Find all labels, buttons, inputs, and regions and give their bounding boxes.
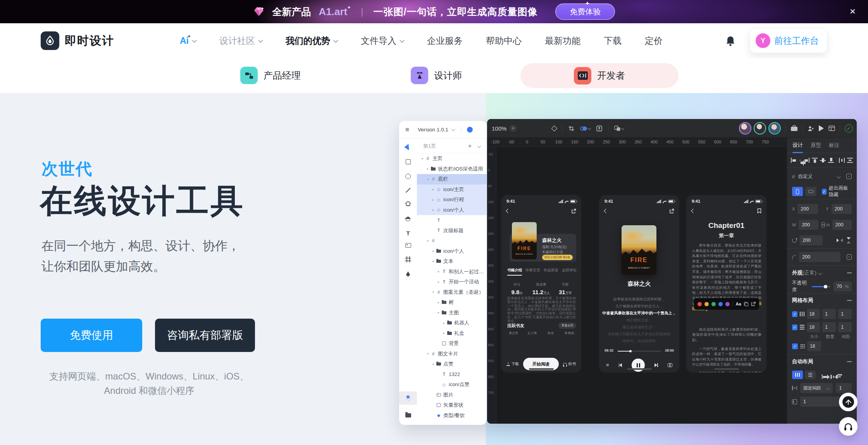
grid-gap-input[interactable]: 1 (838, 322, 852, 332)
auto-align-icon-5[interactable] (837, 374, 838, 375)
component-icon[interactable] (551, 125, 558, 131)
nav-item-6[interactable]: 最新功能 (545, 35, 580, 47)
rotation-input[interactable]: 200 (799, 235, 823, 245)
reader-avatar[interactable]: 潘文芳 (505, 329, 522, 335)
layer-row[interactable]: 背景 (417, 338, 487, 349)
align-right-icon[interactable] (804, 158, 809, 163)
bookmark-icon[interactable] (757, 208, 761, 214)
layer-row[interactable]: ▸机器人 (417, 318, 487, 328)
nav-item-4[interactable]: 企业服务 (427, 35, 463, 47)
layer-row[interactable]: ▾#底栏 (417, 174, 487, 185)
layer-row[interactable]: T1322 (417, 369, 487, 380)
auto-align-icon-3[interactable] (830, 374, 832, 375)
layout-panel-icon[interactable] (828, 126, 835, 131)
banner-cta-button[interactable]: 免费体验 (555, 3, 615, 20)
grid-count-input[interactable]: 1 (822, 309, 836, 319)
layer-row[interactable]: ▸◇icon/个人 (417, 205, 487, 216)
grid-size-input[interactable]: 18 (807, 322, 820, 332)
auto-align-icon-0[interactable] (821, 374, 822, 375)
grid-gap-input[interactable]: 1 (838, 309, 852, 319)
line-tool-icon[interactable] (399, 185, 417, 196)
align-vertical-center-icon[interactable] (820, 158, 826, 163)
next-icon[interactable] (654, 363, 658, 367)
layer-row[interactable]: ▸树 (417, 297, 487, 308)
layers-tab-icon[interactable] (399, 392, 417, 405)
back-icon[interactable] (691, 209, 695, 213)
width-input[interactable]: 200 (799, 220, 818, 230)
pixel-grid-checkbox[interactable]: ✓ (792, 343, 798, 349)
expand-arrow-icon[interactable]: ▾ (431, 290, 436, 294)
expand-arrow-icon[interactable]: ▸ (425, 167, 430, 171)
download-button[interactable]: 下载 (506, 362, 519, 367)
back-icon[interactable] (604, 209, 608, 213)
align-bottom-icon[interactable] (828, 158, 834, 163)
nav-item-2[interactable]: 我们的优势 (286, 35, 338, 47)
reader-avatar[interactable]: 李秀娟 (561, 329, 578, 335)
subnav-item-developer[interactable]: 开发者 (520, 63, 679, 88)
export-image-icon[interactable] (596, 126, 602, 131)
nav-item-7[interactable]: 下载 (604, 35, 622, 47)
add-page-icon[interactable]: + (468, 143, 472, 150)
read-mode-icon[interactable] (668, 363, 672, 367)
height-input[interactable]: 200 (832, 220, 852, 230)
expand-arrow-icon[interactable]: ▸ (431, 198, 436, 202)
layer-row[interactable]: ▾文本 (417, 256, 487, 267)
move-tool-icon[interactable] (399, 142, 417, 154)
layer-row[interactable]: ▾点赞 (417, 359, 487, 369)
listen-button[interactable]: 听书 (563, 362, 576, 367)
previous-icon[interactable] (619, 363, 622, 367)
book-tab[interactable]: 全部评论 (562, 268, 577, 276)
expand-arrow-icon[interactable]: ▸ (436, 270, 441, 273)
expand-arrow-icon[interactable]: ▸ (436, 280, 441, 284)
layer-row[interactable]: 矢量形状 (417, 400, 487, 411)
layer-row[interactable]: ▸◇icon/行程 (417, 195, 487, 205)
layer-row[interactable]: T (417, 215, 487, 226)
flip-horizontal-icon[interactable] (837, 238, 843, 243)
reader-avatar[interactable]: 李杰 (542, 329, 559, 335)
pen-tool-icon[interactable] (399, 268, 417, 280)
text-style-button[interactable]: Aa (735, 302, 741, 306)
clip-content-checkbox[interactable]: ✓ (822, 189, 827, 195)
logo[interactable]: 即时设计 (41, 31, 114, 50)
mask-icon[interactable] (580, 126, 591, 131)
chevron-down-icon[interactable] (477, 144, 481, 148)
highlight-color-0[interactable] (698, 302, 702, 306)
zoom-in-button[interactable]: + (510, 125, 517, 132)
inspector-tab-1[interactable]: 原型 (811, 138, 821, 153)
align-left-icon[interactable] (791, 158, 797, 163)
highlight-color-1[interactable] (704, 302, 709, 306)
nav-item-8[interactable]: 定价 (645, 35, 663, 47)
expand-arrow-icon[interactable]: ▾ (420, 157, 425, 160)
distribute-vertical-icon[interactable] (847, 158, 853, 163)
rectangle-tool-icon[interactable] (399, 156, 417, 167)
expand-arrow-icon[interactable]: ▸ (436, 311, 441, 314)
boolean-group-icon[interactable] (614, 126, 624, 131)
layer-row[interactable]: ▸T和别人一起过圣诞节！ (417, 267, 487, 277)
book-tab[interactable]: 作品荣誉 (544, 268, 558, 276)
align-top-icon[interactable] (812, 158, 818, 163)
highlight-color-2[interactable] (711, 302, 716, 306)
progress-bar[interactable] (618, 351, 661, 352)
layer-row[interactable]: ◆类型/餐饮 (417, 411, 487, 421)
layer-row[interactable]: ▸状态栏/iOS深色适用 (417, 164, 487, 174)
flip-vertical-icon[interactable] (846, 237, 851, 243)
expand-arrow-icon[interactable]: ▾ (425, 178, 430, 181)
share-icon[interactable] (571, 209, 576, 214)
expand-arrow-icon[interactable]: ▾ (425, 352, 430, 355)
y-input[interactable]: 200 (832, 204, 852, 214)
expand-arrow-icon[interactable]: ▸ (431, 188, 436, 191)
ellipse-tool-icon[interactable] (399, 171, 417, 182)
book-tab[interactable]: 书籍介绍 (507, 268, 522, 276)
polygon-tool-icon[interactable] (399, 198, 417, 209)
highlight-color-3[interactable] (718, 302, 723, 306)
pixel-grid-input[interactable]: 18 (807, 341, 821, 351)
support-button[interactable] (839, 417, 858, 436)
expand-arrow-icon[interactable]: ▸ (442, 321, 446, 325)
frame-options-icon[interactable] (846, 174, 852, 179)
constrain-proportions-icon[interactable] (821, 222, 824, 228)
private-deploy-button[interactable]: 咨询私有部署版 (155, 319, 255, 352)
padding-input[interactable]: 1 (800, 397, 840, 407)
toolbox-icon[interactable] (790, 125, 798, 131)
frame-preset-select[interactable]: 自定义 (798, 173, 834, 180)
inspector-tab-0[interactable]: 设计 (792, 138, 803, 153)
